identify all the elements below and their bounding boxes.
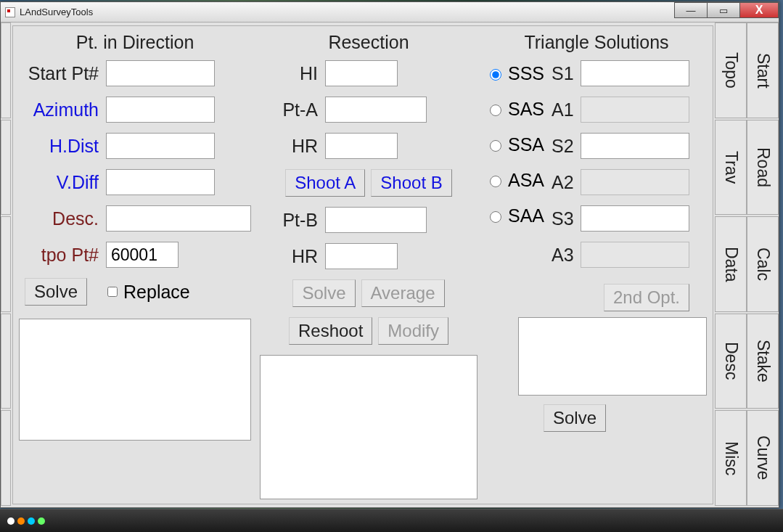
triangle-solve-button[interactable]: Solve — [544, 404, 606, 432]
s1-input[interactable] — [581, 60, 689, 86]
maximize-button[interactable]: ▭ — [707, 2, 740, 18]
mode-saa[interactable]: SAA — [486, 205, 544, 226]
shoot-b-button[interactable]: Shoot B — [371, 169, 451, 197]
vdiff-label: V.Diff — [19, 172, 106, 193]
desc-input[interactable] — [106, 205, 251, 232]
s3-input[interactable] — [581, 205, 689, 232]
replace-label-container[interactable]: Replace — [104, 282, 190, 303]
tb-icon — [17, 517, 25, 525]
a2-label: A2 — [552, 172, 581, 193]
resection-solve-button: Solve — [292, 279, 355, 307]
tb-icon — [28, 517, 35, 525]
azimuth-input[interactable] — [106, 97, 215, 123]
tab-start[interactable]: Start — [747, 22, 779, 118]
triangle-mode-radios: SSS SAS SSA ASA SAA — [486, 60, 544, 311]
direction-result-box — [19, 319, 251, 441]
tab-desc[interactable]: Desc — [715, 314, 747, 409]
hrb-input[interactable] — [325, 243, 398, 269]
azimuth-label: Azimuth — [19, 99, 106, 120]
tb-icon — [7, 517, 15, 525]
a1-input — [581, 97, 689, 123]
tab-road[interactable]: Road — [747, 120, 779, 216]
a1-label: A1 — [552, 99, 581, 120]
second-opt-button: 2nd Opt. — [604, 284, 689, 311]
reshoot-button[interactable]: Reshoot — [289, 317, 372, 345]
hi-input[interactable] — [325, 60, 398, 86]
hi-label: HI — [260, 63, 325, 84]
tab-trav[interactable]: Trav — [715, 120, 747, 216]
pta-input[interactable] — [325, 97, 427, 123]
tpo-pt-input[interactable] — [106, 242, 179, 268]
side-tabs: Topo Trav Data Desc Misc Start Road Calc… — [715, 22, 779, 507]
ptb-input[interactable] — [325, 207, 427, 233]
direction-panel: Pt. in Direction Start Pt# Azimuth H.Dis… — [19, 30, 251, 499]
resection-heading: Resection — [260, 32, 477, 53]
mode-ssa-radio[interactable] — [490, 140, 501, 152]
hdist-label: H.Dist — [19, 136, 106, 157]
tab-curve[interactable]: Curve — [747, 410, 779, 506]
shoot-a-button[interactable]: Shoot A — [285, 169, 365, 197]
s2-label: S2 — [552, 136, 581, 157]
app-icon — [5, 7, 15, 17]
taskbar[interactable] — [0, 509, 783, 532]
window-title: LAndSurveyTools — [20, 7, 93, 17]
titlebar[interactable]: LAndSurveyTools — ▭ X — [1, 2, 779, 22]
s2-input[interactable] — [581, 133, 689, 159]
desc-label: Desc. — [19, 208, 106, 229]
mode-sss[interactable]: SSS — [486, 63, 544, 84]
mode-asa[interactable]: ASA — [486, 170, 544, 191]
mode-sas-radio[interactable] — [490, 105, 501, 116]
direction-solve-button[interactable]: Solve — [25, 278, 87, 306]
triangle-panel: Triangle Solutions SSS SAS SSA ASA SAA S… — [486, 30, 707, 499]
mode-sss-radio[interactable] — [490, 69, 501, 81]
hdist-input[interactable] — [106, 133, 215, 159]
hrb-label: HR — [260, 246, 325, 267]
tab-topo[interactable]: Topo — [715, 22, 747, 118]
hra-label: HR — [260, 136, 325, 157]
modify-button: Modify — [378, 317, 448, 345]
start-pt-label: Start Pt# — [19, 63, 106, 84]
mode-saa-radio[interactable] — [490, 211, 501, 223]
tab-misc[interactable]: Misc — [715, 410, 747, 506]
close-button[interactable]: X — [739, 2, 779, 18]
resection-result-box — [260, 355, 477, 499]
tab-stake[interactable]: Stake — [747, 314, 779, 409]
pta-label: Pt-A — [260, 99, 325, 120]
minimize-button[interactable]: — — [674, 2, 708, 18]
a2-input — [581, 169, 689, 195]
replace-label: Replace — [123, 282, 190, 303]
vdiff-input[interactable] — [106, 169, 215, 195]
main-panel: Pt. in Direction Start Pt# Azimuth H.Dis… — [12, 25, 713, 504]
hra-input[interactable] — [325, 133, 398, 159]
replace-checkbox[interactable] — [107, 287, 118, 297]
triangle-result-box — [518, 317, 707, 396]
mode-asa-radio[interactable] — [490, 176, 501, 187]
app-window: LAndSurveyTools — ▭ X Pt. in Direction S… — [0, 1, 779, 508]
ptb-label: Pt-B — [260, 210, 325, 231]
start-pt-input[interactable] — [106, 60, 215, 86]
a3-label: A3 — [552, 245, 581, 266]
s1-label: S1 — [552, 63, 581, 84]
tab-calc[interactable]: Calc — [747, 216, 779, 312]
mode-sas[interactable]: SAS — [486, 99, 544, 120]
a3-input — [581, 242, 689, 268]
resection-panel: Resection HI Pt-A HR Shoot A Shoot B Pt-… — [260, 30, 477, 499]
left-rail — [1, 22, 11, 507]
average-button: Average — [361, 279, 445, 307]
tb-icon — [38, 517, 45, 525]
triangle-heading: Triangle Solutions — [486, 32, 707, 53]
mode-ssa[interactable]: SSA — [486, 134, 544, 155]
tab-data[interactable]: Data — [715, 216, 747, 312]
direction-heading: Pt. in Direction — [19, 32, 251, 53]
s3-label: S3 — [552, 208, 581, 229]
tpo-pt-label: tpo Pt# — [19, 245, 106, 266]
